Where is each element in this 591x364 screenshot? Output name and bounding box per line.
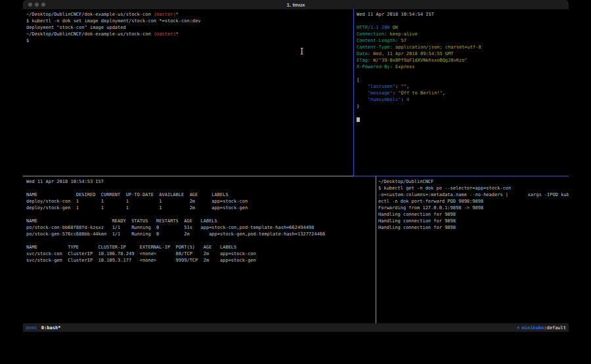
terminal-line: X-Powered-By: Express xyxy=(357,64,569,70)
terminal-line: -o=custom-columns=:metadata.name --no-he… xyxy=(378,192,569,198)
terminal-line: NAME READY STATUS RESTARTS AGE LABELS xyxy=(26,218,376,224)
terminal-line: Handling connection for 9898 xyxy=(378,224,569,231)
terminal-content: ~/Desktop/DublinCNCF/dok-example-us/stoc… xyxy=(23,9,569,323)
tmux-status-bar: demo 0:bash* ⎈ minikube :default xyxy=(23,323,569,332)
kubernetes-helm-icon: ⎈ xyxy=(517,325,519,331)
terminal-line: "message": "Off to Berlin!", xyxy=(357,90,569,96)
tmux-active-window-label[interactable]: 0:bash* xyxy=(41,325,61,331)
window-titlebar[interactable]: 1. tmux xyxy=(23,0,569,9)
terminal-line: { xyxy=(357,77,569,83)
terminal-line: Content-Length: 57 xyxy=(357,37,569,44)
terminal-line xyxy=(26,211,376,218)
terminal-line: Forwarding from 127.0.0.1:9898 -> 9898 xyxy=(378,205,569,211)
pane-kubectl-watch-bottom-left[interactable]: Wed 11 Apr 2018 10:54:53 IST NAME DESIRE… xyxy=(23,178,376,323)
terminal-line xyxy=(26,185,376,192)
pane-border-horizontal-left[interactable] xyxy=(23,176,353,176)
ibeam-mouse-cursor: I xyxy=(299,47,304,57)
terminal-line: Content-Type: application/json; charset=… xyxy=(357,44,569,51)
terminal-line xyxy=(26,237,376,244)
traffic-lights xyxy=(28,0,45,9)
terminal-line: Handling connection for 9898 xyxy=(378,211,569,218)
pane-border-vertical-bottom[interactable] xyxy=(376,176,376,323)
pane-http-response-top-right[interactable]: Wed 11 Apr 2018 10:54:54 IST HTTP/1.1 20… xyxy=(355,9,569,176)
terminal-line: po/stock-con-bb68f88fd-kzsxz 1/1 Running… xyxy=(26,224,376,231)
terminal-line: "numsymbols": 4 xyxy=(357,96,569,103)
terminal-line xyxy=(357,70,569,77)
terminal-line: $ kubectl get -n dok po --selector=app=s… xyxy=(378,185,569,192)
terminal-line: ~/Desktop/DublinCNCF/dok-example-us/stoc… xyxy=(26,11,353,18)
tmux-session-name: demo xyxy=(26,325,37,331)
terminal-line: $ xyxy=(26,37,353,44)
kube-namespace-label: :default xyxy=(544,325,566,331)
minimize-button[interactable] xyxy=(35,3,39,7)
terminal-line: Connection: keep-alive xyxy=(357,31,569,37)
pane-shell-top-left[interactable]: ~/Desktop/DublinCNCF/dok-example-us/stoc… xyxy=(23,9,353,176)
terminal-line: ETag: W/"39-0xBPf9aF1dXVNkhsxoBQgJ8vKzo" xyxy=(357,57,569,64)
terminal-line: $ kubectl -n dok set image deployment/st… xyxy=(26,18,353,24)
terminal-line: NAME DESIRED CURRENT UP-TO-DATE AVAILABL… xyxy=(26,192,376,198)
terminal-line: ectl -n dok port-forward POD 9898:9898 xyxy=(378,198,569,205)
zoom-button[interactable] xyxy=(41,3,45,7)
terminal-line: Date: Wed, 11 Apr 2018 09:54:55 GMT xyxy=(357,51,569,57)
pane-port-forward-bottom-right[interactable]: ~/Desktop/DublinCNCF$ kubectl get -n dok… xyxy=(378,178,569,323)
window-title: 1. tmux xyxy=(286,2,305,8)
terminal-line xyxy=(357,116,569,123)
terminal-line: deploy/stock-gen 1 1 1 1 2m app=stock-ge… xyxy=(26,205,376,211)
pane-border-vertical-top-active[interactable] xyxy=(353,9,354,176)
terminal-line: HTTP/1.1 200 OK xyxy=(357,24,569,31)
kube-context-label: minikube xyxy=(522,325,544,331)
terminal-line: ~/Desktop/DublinCNCF xyxy=(378,178,569,185)
terminal-line: deployment "stock-con" image updated xyxy=(26,24,353,31)
terminal-line: deploy/stock-con 1 1 1 1 2m app=stock-co… xyxy=(26,198,376,205)
terminal-line: "lastseen": "", xyxy=(357,83,569,90)
terminal-line: svc/stock-con ClusterIP 10.106.78.249 <n… xyxy=(26,251,376,257)
terminal-line: Wed 11 Apr 2018 10:54:53 IST xyxy=(26,178,376,185)
pane-border-horizontal-right-active[interactable] xyxy=(353,176,569,176)
terminal-line: Handling connection for 9898 xyxy=(378,218,569,224)
terminal-line: ~/Desktop/DublinCNCF/dok-example-us/stoc… xyxy=(26,31,353,37)
terminal-line: NAME TYPE CLUSTER-IP EXTERNAL-IP PORT(S)… xyxy=(26,244,376,251)
terminal-line: } xyxy=(357,103,569,110)
desktop: 1. tmux ~/Desktop/DublinCNCF/dok-example… xyxy=(0,0,591,364)
terminal-window: 1. tmux ~/Desktop/DublinCNCF/dok-example… xyxy=(23,0,569,332)
terminal-line: svc/stock-gen ClusterIP 10.109.3.177 <no… xyxy=(26,257,376,264)
terminal-line: Wed 11 Apr 2018 10:54:54 IST xyxy=(357,11,569,18)
terminal-line xyxy=(357,110,569,116)
tmux-status-right: ⎈ minikube :default xyxy=(517,325,566,331)
terminal-line: po/stock-gen-576cc688bb-44kmn 1/1 Runnin… xyxy=(26,231,376,237)
terminal-line xyxy=(357,18,569,24)
close-button[interactable] xyxy=(28,3,32,7)
